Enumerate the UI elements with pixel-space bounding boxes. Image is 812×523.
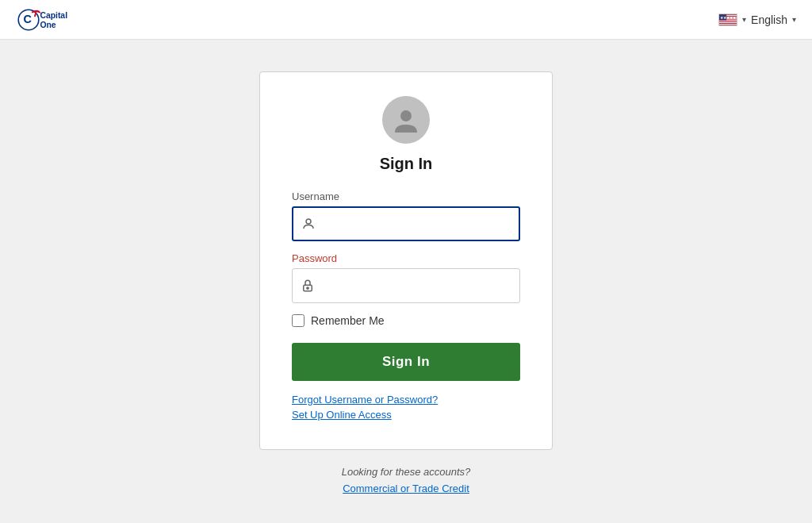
remember-me-group: Remember Me [292, 314, 520, 327]
commercial-trade-link[interactable]: Commercial or Trade Credit [343, 483, 469, 494]
svg-text:One: One [40, 21, 56, 29]
below-card: Looking for these accounts? Commercial o… [342, 466, 471, 495]
forgot-credentials-link[interactable]: Forgot Username or Password? [292, 394, 520, 406]
remember-me-checkbox[interactable] [292, 314, 304, 327]
svg-rect-10 [719, 24, 737, 25]
svg-text:C: C [24, 13, 32, 25]
language-label: English [751, 13, 787, 26]
svg-point-13 [400, 110, 412, 121]
logo-area: Capital One C [16, 7, 117, 33]
card-links: Forgot Username or Password? Set Up Onli… [292, 394, 520, 421]
main-content: Sign In Username Password [0, 40, 812, 511]
language-chevron: ▾ [792, 15, 796, 24]
flag-chevron: ▾ [742, 15, 746, 24]
username-label: Username [292, 190, 520, 202]
header: Capital One C ★★★★★★ [0, 0, 812, 40]
sign-in-title: Sign In [380, 155, 433, 173]
user-icon [301, 217, 316, 231]
flag-icon: ★★★★★★ [718, 13, 737, 26]
setup-access-link[interactable]: Set Up Online Access [292, 409, 520, 421]
avatar [382, 96, 430, 144]
svg-rect-8 [719, 20, 737, 21]
password-label: Password [292, 252, 520, 264]
username-group: Username [292, 190, 520, 241]
svg-point-14 [306, 219, 311, 224]
username-input[interactable] [322, 208, 511, 240]
username-input-wrapper[interactable] [292, 206, 520, 241]
capital-one-logo: Capital One C [16, 7, 117, 33]
sign-in-button[interactable]: Sign In [292, 343, 520, 381]
password-input-wrapper[interactable] [292, 268, 520, 303]
login-card: Sign In Username Password [259, 71, 553, 450]
looking-for-text: Looking for these accounts? [342, 466, 471, 478]
svg-text:★★★★★★: ★★★★★★ [720, 16, 737, 20]
language-selector[interactable]: ★★★★★★ ▾ English ▾ [718, 13, 796, 26]
remember-me-label[interactable]: Remember Me [311, 314, 385, 327]
svg-rect-9 [719, 21, 737, 22]
lock-icon [301, 279, 315, 293]
svg-point-16 [307, 287, 308, 289]
password-input[interactable] [321, 269, 511, 302]
svg-text:Capital: Capital [40, 11, 67, 20]
password-group: Password [292, 252, 520, 303]
